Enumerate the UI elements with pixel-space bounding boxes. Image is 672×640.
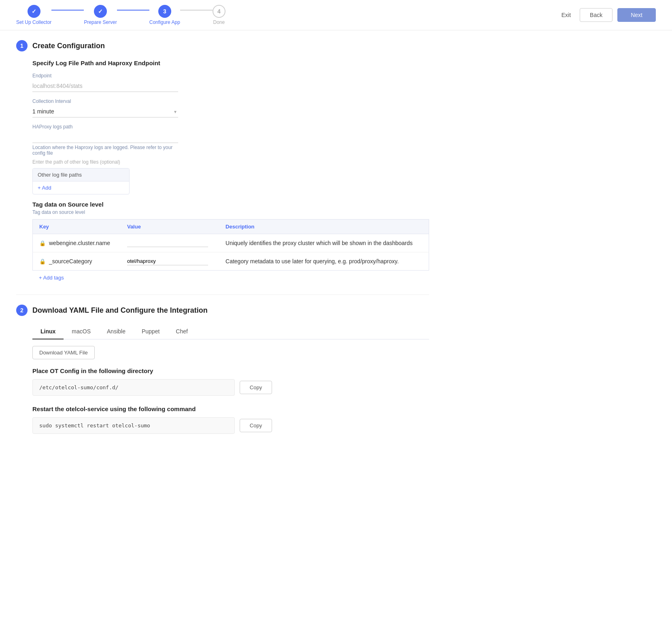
exit-button[interactable]: Exit <box>557 9 575 21</box>
tag-subtitle: Tag data on Source level <box>32 201 429 208</box>
step-circle-4: 4 <box>213 5 225 18</box>
tag-table-body: 🔒 webengine.cluster.name Uniquely identi… <box>33 234 429 271</box>
table-row: 🔒 _sourceCategory Category metadata to u… <box>33 252 429 271</box>
back-button[interactable]: Back <box>580 8 612 22</box>
place-title: Place OT Config in the following directo… <box>32 367 429 374</box>
step-circle-2: ✓ <box>94 5 107 18</box>
form-subtitle: Specify Log File Path and Haproxy Endpoi… <box>32 60 429 66</box>
tag-key-label-2: _sourceCategory <box>49 258 92 265</box>
tag-desc-cell-2: Category metadata to use later for query… <box>219 252 429 271</box>
haproxy-logs-label: HAProxy logs path <box>32 124 429 130</box>
add-log-path-button[interactable]: + Add <box>33 181 129 194</box>
place-command-row: /etc/otelcol-sumo/conf.d/ Copy <box>32 379 429 396</box>
tag-key-inner-2: 🔒 _sourceCategory <box>39 258 114 265</box>
step-done: 4 Done <box>213 5 225 25</box>
copy-button-1[interactable]: Copy <box>240 381 272 394</box>
step-configure-app: 3 Configure App <box>149 5 180 25</box>
lock-icon-1: 🔒 <box>39 240 46 246</box>
tag-table-head: Key Value Description <box>33 220 429 234</box>
connector-2-3 <box>117 10 149 11</box>
tag-value-cell-2 <box>121 252 219 271</box>
tag-section: Tag data on Source level Tag data on sou… <box>32 201 429 285</box>
place-command-box: /etc/otelcol-sumo/conf.d/ <box>32 379 235 396</box>
step-setup-collector: ✓ Set Up Collector <box>16 5 51 25</box>
section2-number: 2 <box>16 305 28 316</box>
section1-number: 1 <box>16 40 28 51</box>
tag-table-header-row: Key Value Description <box>33 220 429 234</box>
col-key: Key <box>33 220 121 234</box>
tag-key-cell-2: 🔒 _sourceCategory <box>33 252 121 271</box>
connector-3-4 <box>180 10 213 11</box>
tab-linux[interactable]: Linux <box>32 324 64 339</box>
tab-puppet[interactable]: Puppet <box>134 324 168 339</box>
haproxy-logs-input[interactable] <box>32 131 178 143</box>
tag-desc-cell-1: Uniquely identifies the proxy cluster wh… <box>219 234 429 252</box>
tag-table: Key Value Description 🔒 webengine.cluste… <box>32 219 429 271</box>
tab-chef[interactable]: Chef <box>168 324 196 339</box>
col-value: Value <box>121 220 219 234</box>
restart-command-box: sudo systemctl restart otelcol-sumo <box>32 417 235 434</box>
collection-interval-select[interactable]: 1 minute 5 minutes 10 minutes 30 minutes <box>32 106 178 117</box>
tag-value-input-2[interactable] <box>127 257 208 265</box>
step-circle-1: ✓ <box>28 5 40 18</box>
download-yaml-button[interactable]: Download YAML File <box>32 346 95 359</box>
header: ✓ Set Up Collector ✓ Prepare Server 3 Co… <box>0 0 672 30</box>
header-actions: Exit Back Next <box>557 8 656 22</box>
step-label-2: Prepare Server <box>84 19 117 25</box>
section1-header: 1 Create Configuration <box>16 40 429 51</box>
next-button[interactable]: Next <box>617 8 656 22</box>
other-logs-hint: Enter the path of other log files (optio… <box>32 159 429 165</box>
lock-icon-2: 🔒 <box>39 258 46 265</box>
stepper: ✓ Set Up Collector ✓ Prepare Server 3 Co… <box>16 5 225 25</box>
tag-key-label-1: webengine.cluster.name <box>49 240 110 246</box>
endpoint-input[interactable] <box>32 80 178 92</box>
tag-value-input-1[interactable] <box>127 239 208 247</box>
restart-command-row: sudo systemctl restart otelcol-sumo Copy <box>32 417 429 434</box>
collection-interval-wrapper: 1 minute 5 minutes 10 minutes 30 minutes… <box>32 106 178 117</box>
section1-form: Specify Log File Path and Haproxy Endpoi… <box>16 60 429 285</box>
step-prepare-server: ✓ Prepare Server <box>84 5 117 25</box>
tab-macos[interactable]: macOS <box>64 324 99 339</box>
tag-value-cell-1 <box>121 234 219 252</box>
connector-1-2 <box>51 10 84 11</box>
col-description: Description <box>219 220 429 234</box>
download-section: Linux macOS Ansible Puppet Chef Download… <box>16 324 429 434</box>
collection-interval-label: Collection Interval <box>32 98 429 104</box>
os-tabs: Linux macOS Ansible Puppet Chef <box>32 324 429 339</box>
main-content: 1 Create Configuration Specify Log File … <box>0 30 445 453</box>
log-paths-box: Other log file paths + Add <box>32 168 130 194</box>
section2-header: 2 Download YAML File and Configure the I… <box>16 305 429 316</box>
tag-hint: Tag data on source level <box>32 209 429 215</box>
tag-key-cell-1: 🔒 webengine.cluster.name <box>33 234 121 252</box>
section2-title: Download YAML File and Configure the Int… <box>32 306 208 315</box>
step-label-1: Set Up Collector <box>16 19 51 25</box>
haproxy-logs-hint: Location where the Haproxy logs are logg… <box>32 145 178 156</box>
endpoint-label: Endpoint <box>32 73 429 79</box>
table-row: 🔒 webengine.cluster.name Uniquely identi… <box>33 234 429 252</box>
tag-key-inner-1: 🔒 webengine.cluster.name <box>39 240 114 246</box>
log-paths-header: Other log file paths <box>33 169 129 181</box>
step-label-4: Done <box>213 19 225 25</box>
step-label-3: Configure App <box>149 19 180 25</box>
step-circle-3: 3 <box>158 5 171 18</box>
section1-title: Create Configuration <box>32 42 105 50</box>
copy-button-2[interactable]: Copy <box>240 419 272 432</box>
section-divider <box>16 294 429 295</box>
add-tags-button[interactable]: + Add tags <box>32 271 70 285</box>
restart-title: Restart the otelcol-service using the fo… <box>32 405 429 412</box>
tab-ansible[interactable]: Ansible <box>99 324 134 339</box>
